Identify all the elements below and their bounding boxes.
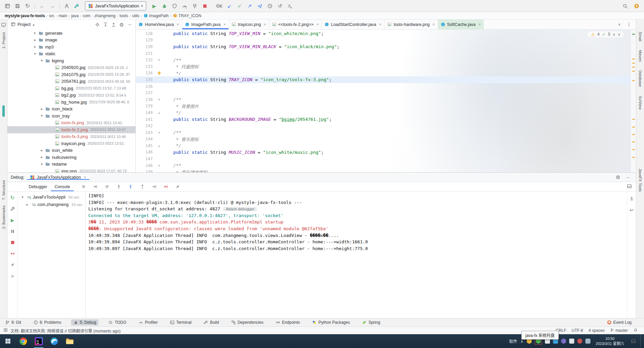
chevron-right-icon[interactable]: ▸ [39, 107, 44, 111]
coverage-button[interactable] [170, 2, 179, 10]
tray-icon-5[interactable] [561, 339, 566, 344]
tool-window-tab-dependencies[interactable]: Dependencies [229, 319, 266, 325]
commit-button[interactable]: ✓ [235, 2, 244, 10]
tree-item[interactable]: ▸image [7, 37, 135, 44]
tool-window-tab-event-log[interactable]: Event Log [605, 319, 634, 325]
stripe-mark[interactable] [632, 134, 635, 135]
pause-button[interactable] [9, 228, 16, 235]
chevron-down-icon[interactable]: ▾ [39, 59, 44, 62]
fold-marker-icon[interactable]: ▾ [155, 98, 163, 101]
tree-item[interactable]: 2054761.jpg2022/3/15 0015 09:18, 59 [7, 78, 135, 85]
stripe-mark[interactable] [632, 71, 635, 72]
chevron-down-icon[interactable]: ▾ [39, 114, 44, 117]
tree-item[interactable]: ▸icon_white [7, 147, 135, 154]
force-step-into-button[interactable] [127, 183, 134, 190]
tool-stripe-item-database[interactable]: Database [638, 70, 642, 87]
tray-icon-8[interactable] [585, 339, 590, 344]
run-configuration-select[interactable]: JavaFxToolsApplication▾ [85, 1, 146, 10]
tool-stripe-item-smali[interactable]: Smali [638, 32, 642, 41]
editor-tab[interactable]: tools-hardware.png× [385, 20, 438, 29]
encoding-widget[interactable]: UTF-8 [572, 328, 583, 333]
fold-marker-icon[interactable]: ▾ [155, 131, 163, 134]
chevron-right-icon[interactable]: ▸ [39, 149, 44, 152]
settings-button[interactable]: ⚙ [614, 174, 622, 181]
list-button[interactable]: ≡ [80, 183, 87, 190]
stop-button[interactable] [9, 239, 16, 246]
rerun-button[interactable]: ↻ [9, 194, 16, 202]
mute-breakpoints-button[interactable] [9, 261, 16, 268]
tree-item[interactable]: tools-fx-2.png2023/3/11 0011 10:47 [7, 126, 135, 133]
git-branch-widget[interactable]: master [610, 328, 628, 333]
tree-item[interactable]: ▾static [7, 50, 135, 58]
stripe-mark[interactable] [632, 67, 635, 68]
editor-tab[interactable]: <<tools-fx-2.png>>× [269, 20, 322, 29]
tree-item[interactable]: ▸mp3 [7, 43, 135, 50]
tool-window-tab-build[interactable]: Build [201, 319, 221, 325]
debug-layout-button[interactable] [627, 184, 632, 190]
debug-console[interactable]: [INFO][INFO] --- exec-maven-plugin:3.1.0… [86, 192, 627, 318]
tool-stripe-item-sciview[interactable]: SciView [638, 96, 642, 110]
tool-window-tab-9-git[interactable]: 9: Git [3, 319, 24, 325]
editor-tab[interactable]: CSoftCache.java× [438, 20, 484, 29]
history-button[interactable] [265, 2, 275, 10]
status-message[interactable]: 文档: 翻译文档失败: 网络错误 // 切换翻译引擎 (moments ago) [10, 328, 121, 334]
tool-stripe-badge[interactable] [2, 105, 5, 117]
step-out-button[interactable] [139, 183, 146, 190]
breadcrumb-item[interactable]: tools [119, 13, 129, 18]
stripe-mark[interactable] [632, 127, 635, 128]
tool-window-tab-spring[interactable]: Spring [360, 319, 382, 325]
tray-icon-7[interactable] [577, 339, 582, 344]
breadcrumb-item[interactable]: fTRAY_ICON [172, 13, 202, 18]
tree-item[interactable]: 2041075.jpg2021/6/25 0025 15:28, 87 [7, 71, 135, 78]
tool-window-tab-5-debug[interactable]: 5: Debug [71, 319, 99, 325]
chevron-right-icon[interactable]: ▸ [25, 203, 30, 206]
stripe-mark[interactable] [632, 80, 635, 81]
hide-button[interactable]: ─ [624, 174, 632, 181]
update-badge-button[interactable] [632, 2, 641, 10]
stripe-mark[interactable] [632, 34, 635, 35]
cherry-button[interactable] [255, 2, 265, 10]
stripe-mark[interactable] [632, 141, 635, 142]
tool-window-tab-python-packages[interactable]: Python Packages [310, 319, 352, 325]
expand-all-button[interactable] [102, 21, 109, 28]
tree-item[interactable]: ▾icon_tray [7, 112, 135, 119]
more-button[interactable]: » [9, 272, 16, 279]
tool-window-tab-todo[interactable]: TODO [106, 319, 128, 325]
window-button[interactable] [3, 2, 12, 10]
view-breakpoints-button[interactable] [9, 250, 16, 257]
chevron-right-icon[interactable]: ▸ [32, 31, 38, 35]
close-icon[interactable]: × [316, 22, 319, 27]
tool-window-tab-6-problems[interactable]: 6: Problems [31, 319, 64, 325]
editor-tab[interactable]: CImagePath.java× [182, 20, 229, 29]
stripe-mark[interactable] [632, 157, 635, 158]
translate-button[interactable]: 文A [285, 2, 295, 10]
taskbar-clock[interactable]: 10:50 2023/3/11 星期六 [596, 336, 624, 346]
stop-button[interactable] [200, 2, 210, 10]
taskbar-app-intellij[interactable]: IJ [31, 334, 47, 348]
tool-stripe-item-javafx-tools[interactable]: JavaFX Tools [638, 169, 642, 192]
tool-window-tab-profiler[interactable]: Profiler [136, 319, 160, 325]
editor-tab[interactable]: trayicon.png× [229, 20, 269, 29]
chevron-right-icon[interactable]: ▸ [32, 45, 38, 48]
debug-button[interactable] [160, 2, 169, 10]
locate-button[interactable] [94, 21, 101, 28]
breadcrumb-item[interactable]: mystyle-java-fx-tools [4, 13, 45, 18]
show-exec-button[interactable] [92, 183, 99, 190]
taskbar-app-chrome[interactable] [16, 334, 31, 348]
collapse-all-button[interactable] [110, 21, 117, 28]
back-button[interactable]: ← [37, 2, 47, 10]
tree-item[interactable]: img.png2023/2/23 0023 17:07, 60.73 [7, 168, 135, 172]
close-icon[interactable]: × [432, 22, 435, 27]
tree-item[interactable]: tools-fx.png2023/3/11 0011 10:42, [7, 119, 135, 127]
search-button[interactable] [620, 2, 630, 10]
run-to-cursor-button[interactable] [151, 183, 158, 190]
chevron-down-sm-button[interactable]: ∨ [616, 21, 623, 28]
project-title[interactable]: Project [18, 22, 31, 27]
breadcrumb-item[interactable]: zhangmeng [94, 13, 116, 18]
tool-stripe-item-project[interactable]: 1: Project [2, 32, 6, 49]
close-icon[interactable]: × [177, 22, 179, 27]
more-vert-button[interactable] [625, 21, 633, 28]
chevron-right-icon[interactable]: ▸ [39, 155, 44, 159]
profiler-button[interactable] [180, 2, 189, 10]
code-editor[interactable]: 128 public static String TOP_VIEW_MIN = … [136, 30, 636, 172]
